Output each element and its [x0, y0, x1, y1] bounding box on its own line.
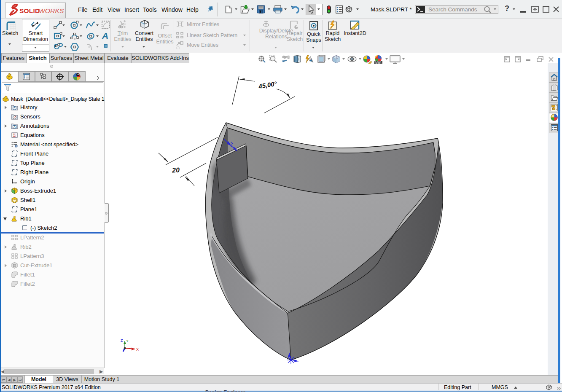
svg-text:A: A — [13, 125, 16, 128]
svg-text:Σ: Σ — [13, 133, 16, 137]
svg-text:X: X — [136, 347, 139, 352]
svg-text:45,00°: 45,00° — [258, 80, 278, 90]
svg-text:20: 20 — [172, 166, 180, 174]
svg-text:Z: Z — [121, 338, 123, 343]
svg-text:Y: Y — [126, 339, 129, 343]
svg-text:WORKS: WORKS — [39, 7, 64, 14]
svg-text:A: A — [310, 58, 313, 62]
svg-text:SOLID: SOLID — [19, 7, 40, 14]
